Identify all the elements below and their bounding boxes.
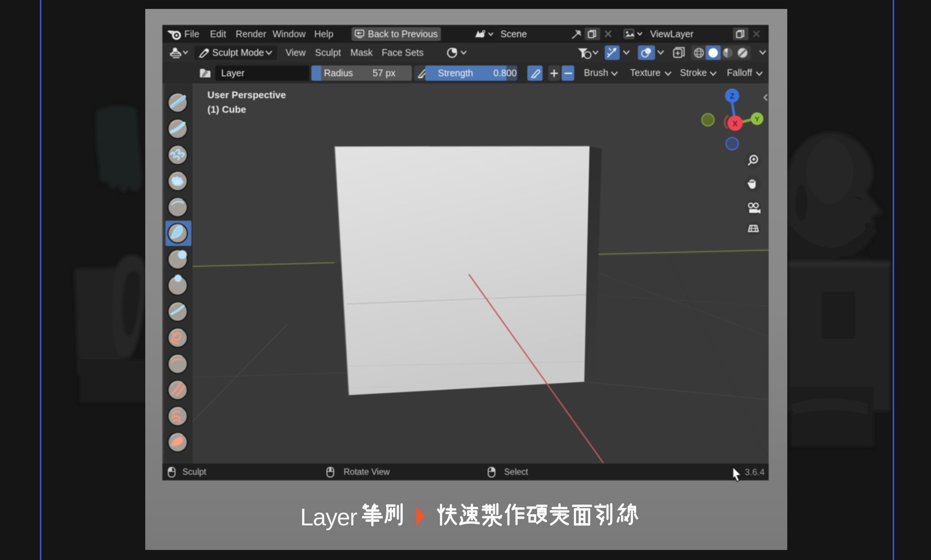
svg-text:(1) Cube: (1) Cube bbox=[207, 104, 246, 115]
svg-text:X: X bbox=[732, 120, 738, 128]
svg-text:Y: Y bbox=[755, 115, 760, 123]
svg-text:User Perspective: User Perspective bbox=[207, 89, 286, 100]
svg-text:Z: Z bbox=[730, 92, 734, 100]
svg-text:Layer: Layer bbox=[300, 504, 358, 531]
